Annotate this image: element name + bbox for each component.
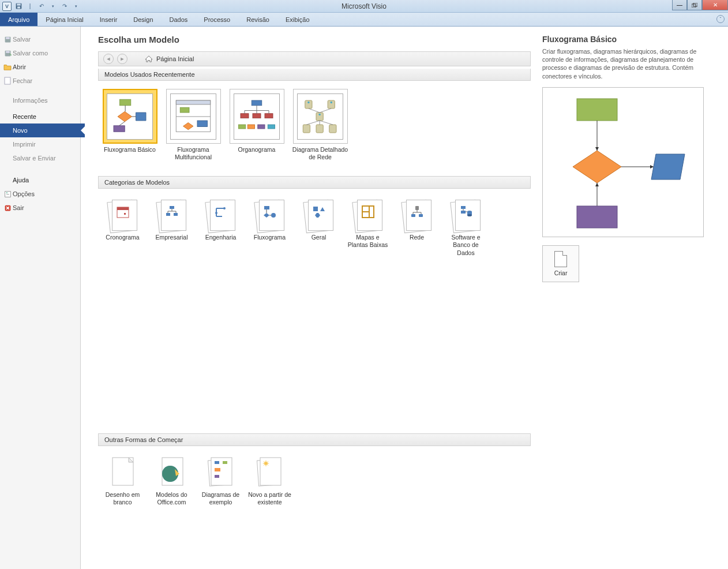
calendar-icon xyxy=(116,205,130,219)
category-geral[interactable]: Geral xyxy=(294,194,343,259)
svg-rect-83 xyxy=(461,211,466,214)
template-fluxograma-multifuncional[interactable]: Fluxograma Multifuncional xyxy=(162,87,225,163)
svg-rect-105 xyxy=(577,206,617,228)
category-engenharia[interactable]: Engenharia xyxy=(196,194,245,259)
category-empresarial[interactable]: Empresarial xyxy=(147,194,196,259)
create-button[interactable]: Criar xyxy=(542,245,579,282)
svg-rect-16 xyxy=(114,125,125,132)
qat-customize-icon[interactable]: ▾ xyxy=(71,1,81,12)
save-icon[interactable] xyxy=(13,1,24,12)
other-label: Modelos do Office.com xyxy=(149,491,194,506)
close-button[interactable]: ✕ xyxy=(702,0,728,10)
help-icon[interactable]: ˇ xyxy=(716,15,725,23)
svg-rect-97 xyxy=(215,468,220,471)
category-mapas[interactable]: Mapas e Plantas Baixas xyxy=(343,194,392,259)
sidebar-item-salvar-enviar[interactable]: Salvar e Enviar xyxy=(0,151,80,165)
svg-rect-13 xyxy=(6,194,9,194)
sidebar-item-salvar-como[interactable]: ✎ Salvar como xyxy=(0,46,80,60)
preview-pane: Fluxograma Básico Criar fluxogramas, dia… xyxy=(542,35,704,569)
other-modelos-office[interactable]: Modelos do Office.com xyxy=(147,452,196,508)
sidebar-item-imprimir[interactable]: Imprimir xyxy=(0,137,80,151)
category-rede[interactable]: Rede xyxy=(392,194,441,259)
circuit-icon xyxy=(214,205,228,219)
tab-processo[interactable]: Processo xyxy=(196,13,238,26)
svg-line-19 xyxy=(119,121,125,125)
tab-inserir[interactable]: Inserir xyxy=(92,13,126,26)
tab-exibicao[interactable]: Exibição xyxy=(277,13,318,26)
svg-rect-54 xyxy=(124,213,126,215)
svg-rect-30 xyxy=(247,125,254,129)
app-title: Microsoft Visio xyxy=(342,2,386,10)
other-desenho-branco[interactable]: Desenho em branco xyxy=(98,452,147,508)
sidebar-item-label: Opções xyxy=(13,190,35,197)
sidebar-item-salvar[interactable]: Salvar xyxy=(0,32,80,46)
svg-rect-42 xyxy=(316,125,323,133)
flowchart-icon xyxy=(263,205,277,219)
tab-arquivo[interactable]: Arquivo xyxy=(0,13,37,26)
category-cronograma[interactable]: Cronograma xyxy=(98,194,147,259)
template-label: Fluxograma Multifuncional xyxy=(164,146,223,161)
sidebar-item-novo[interactable]: Novo xyxy=(0,123,85,137)
redo-icon[interactable]: ↷ xyxy=(59,1,70,12)
svg-rect-31 xyxy=(258,125,265,129)
section-other-ways: Outras Formas de Começar xyxy=(98,433,531,446)
svg-rect-25 xyxy=(252,100,262,106)
undo-icon[interactable]: ↶ xyxy=(36,1,47,12)
home-icon[interactable] xyxy=(145,55,153,62)
category-label: Geral xyxy=(312,234,327,241)
visio-logo-icon[interactable]: V xyxy=(2,1,12,12)
org-chart-icon xyxy=(165,205,179,219)
category-software[interactable]: Software e Banco de Dados xyxy=(441,194,490,259)
sidebar-item-ajuda[interactable]: Ajuda xyxy=(0,171,80,187)
preview-image xyxy=(542,87,704,237)
category-fluxograma[interactable]: Fluxograma xyxy=(245,194,294,259)
sidebar-item-label: Informações xyxy=(13,97,48,104)
svg-rect-8 xyxy=(6,51,10,53)
breadcrumb-text[interactable]: Página Inicial xyxy=(156,55,194,62)
sidebar-item-label: Imprimir xyxy=(13,141,36,148)
svg-rect-1 xyxy=(17,3,21,5)
tab-design[interactable]: Design xyxy=(125,13,161,26)
category-label: Cronograma xyxy=(106,234,139,241)
undo-dropdown-icon[interactable]: ▾ xyxy=(48,1,58,12)
svg-rect-21 xyxy=(176,100,211,104)
tab-pagina-inicial[interactable]: Página Inicial xyxy=(37,13,91,26)
sidebar-item-fechar[interactable]: Fechar xyxy=(0,74,80,88)
sidebar-item-label: Novo xyxy=(13,127,28,134)
tab-dados[interactable]: Dados xyxy=(162,13,196,26)
tab-revisao[interactable]: Revisão xyxy=(238,13,277,26)
create-label: Criar xyxy=(554,269,568,276)
nav-forward-icon[interactable]: ► xyxy=(117,54,127,64)
other-diagramas-exemplo[interactable]: Diagramas de exemplo xyxy=(196,452,245,508)
svg-rect-32 xyxy=(268,125,275,129)
sidebar-item-label: Sair xyxy=(13,204,24,211)
category-label: Rede xyxy=(410,234,424,241)
category-label: Mapas e Plantas Baixas xyxy=(346,234,390,249)
template-diagrama-rede[interactable]: Diagrama Detalhado de Rede xyxy=(288,87,352,163)
sidebar-item-abrir[interactable]: Abrir xyxy=(0,60,80,74)
sidebar-item-informacoes[interactable]: Informações xyxy=(0,93,80,107)
backstage-content: Escolha um Modelo ◄ ► Página Inicial Mod… xyxy=(81,27,728,569)
nav-back-icon[interactable]: ◄ xyxy=(103,54,114,64)
other-label: Diagramas de exemplo xyxy=(198,491,243,506)
svg-rect-76 xyxy=(411,214,415,217)
maximize-button[interactable] xyxy=(687,0,702,10)
category-label: Engenharia xyxy=(205,234,237,241)
titlebar: V | ↶ ▾ ↷ ▾ Microsoft Visio — ✕ xyxy=(0,0,728,13)
svg-rect-95 xyxy=(215,461,219,464)
sidebar-item-sair[interactable]: Sair xyxy=(0,201,80,215)
template-fluxograma-basico[interactable]: Fluxograma Básico xyxy=(98,87,162,163)
backstage-sidebar: Salvar ✎ Salvar como Abrir Fechar Inform… xyxy=(0,27,81,569)
svg-rect-6 xyxy=(6,37,10,39)
save-as-icon: ✎ xyxy=(3,49,12,57)
sidebar-item-recente[interactable]: Recente xyxy=(0,107,80,123)
sidebar-item-opcoes[interactable]: Opções xyxy=(0,187,80,201)
template-organograma[interactable]: Organograma xyxy=(225,87,288,163)
open-folder-icon xyxy=(3,63,12,71)
svg-point-86 xyxy=(467,214,472,216)
svg-point-65 xyxy=(215,212,217,214)
floorplan-icon xyxy=(361,205,375,219)
svg-rect-53 xyxy=(117,207,129,210)
other-novo-existente[interactable]: Novo a partir de existente xyxy=(245,452,294,508)
minimize-button[interactable]: — xyxy=(672,0,687,10)
